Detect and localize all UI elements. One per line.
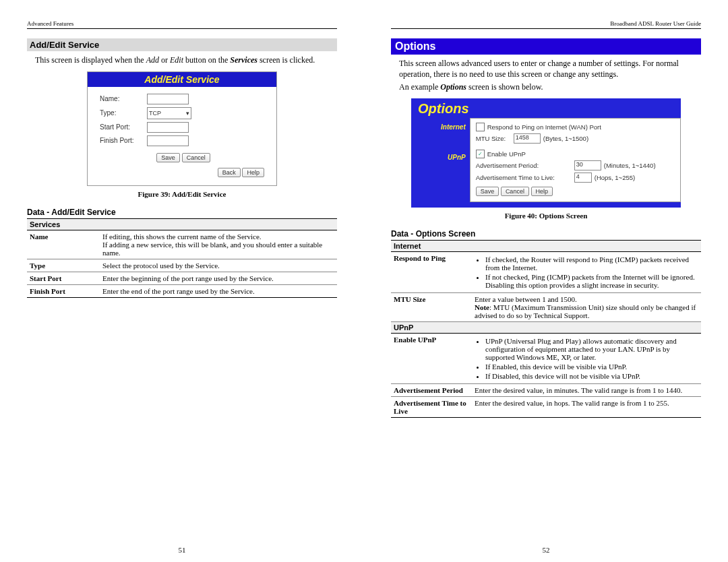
t: screen is clicked. xyxy=(257,55,315,65)
k-finish: Finish Port xyxy=(27,284,100,297)
table-row: Start Port Enter the beginning of the po… xyxy=(27,272,337,284)
group-upnp: UPnP xyxy=(391,321,701,333)
start-port-input[interactable] xyxy=(147,122,189,133)
page-left: Advanced Features Add/Edit Service This … xyxy=(0,0,364,562)
k-mtu: MTU Size xyxy=(391,292,472,321)
intro-text: This screen is displayed when the Add or… xyxy=(35,55,337,66)
back-button[interactable]: Back xyxy=(218,168,241,177)
table-row: Type Select the protocol used by the Ser… xyxy=(27,259,337,272)
t: or xyxy=(159,55,170,65)
type-select[interactable]: TCP ▾ xyxy=(147,107,191,119)
options-intro2: An example Options screen is shown below… xyxy=(399,82,701,93)
mtu-hint: (Bytes, 1~1500) xyxy=(543,135,588,142)
save-button[interactable]: Save xyxy=(156,153,180,162)
section-add-edit-service: Add/Edit Service xyxy=(27,38,337,51)
side-upnp: UPnP xyxy=(411,154,466,161)
type-label: Type: xyxy=(100,109,147,117)
ping-label: Respond to Ping on Internet (WAN) Port xyxy=(487,123,601,131)
k-name: Name xyxy=(27,230,100,259)
cancel-button[interactable]: Cancel xyxy=(501,187,529,196)
save-button[interactable]: Save xyxy=(476,187,499,196)
k-type: Type xyxy=(27,259,100,272)
page-right: Broadband ADSL Router User Guide Options… xyxy=(364,0,728,562)
t: An example xyxy=(399,82,440,92)
section-options: Options xyxy=(391,38,701,55)
upnp-checkbox[interactable]: ✓ xyxy=(476,150,485,158)
v-finish: Enter the end of the port range used by … xyxy=(100,284,337,297)
figure-40-panel: Options Internet UPnP Respond to Ping on… xyxy=(411,98,681,208)
k-advp: Advertisement Period xyxy=(391,383,472,396)
t: Options xyxy=(440,82,466,92)
v-name: If editing, this shows the current name … xyxy=(100,230,337,259)
mtu-v1: Enter a value between 1 and 1500. xyxy=(475,295,698,303)
k-start: Start Port xyxy=(27,272,100,284)
li: If not checked, Ping (ICMP) packets from… xyxy=(485,273,698,289)
k-advt: Advertisement Time to Live xyxy=(391,396,472,417)
figure-39-title: Add/Edit Service xyxy=(88,72,276,87)
figure-40-sidebar: Internet UPnP xyxy=(411,118,470,202)
page-spread: Advanced Features Add/Edit Service This … xyxy=(0,0,728,562)
data-add-edit-heading: Data - Add/Edit Service xyxy=(27,208,337,217)
adv-period-hint: (Minutes, 1~1440) xyxy=(604,162,656,169)
adv-ttl-label: Advertisement Time to Live: xyxy=(476,174,570,181)
page-number: 51 xyxy=(179,546,186,554)
t: screen is shown below. xyxy=(466,82,543,92)
mtu-input[interactable]: 1458 xyxy=(514,133,541,144)
li: If Enabled, this device will be visible … xyxy=(485,363,698,371)
table-row: MTU Size Enter a value between 1 and 150… xyxy=(391,292,701,321)
v-advt: Enter the desired value, in hops. The va… xyxy=(472,396,701,417)
cancel-button[interactable]: Cancel xyxy=(182,153,210,162)
table-row: Respond to Ping If checked, the Router w… xyxy=(391,251,701,292)
v-ping: If checked, the Router will respond to P… xyxy=(472,251,701,292)
t: Services xyxy=(230,55,257,65)
services-table: Services Name If editing, this shows the… xyxy=(27,218,337,298)
v-mtu: Enter a value between 1 and 1500. Note: … xyxy=(472,292,701,321)
adv-ttl-input[interactable]: 4 xyxy=(574,173,592,183)
table-row: Finish Port Enter the end of the port ra… xyxy=(27,284,337,297)
t: Add xyxy=(146,55,159,65)
page-number: 52 xyxy=(543,546,550,554)
note-b: Note xyxy=(475,303,489,311)
start-port-label: Start Port: xyxy=(100,123,147,131)
figure-39-caption: Figure 39: Add/Edit Service xyxy=(27,190,337,198)
figure-39-body: Name: Type: TCP ▾ Start Port: Finish Por… xyxy=(88,87,276,185)
figure-39-panel: Add/Edit Service Name: Type: TCP ▾ Start… xyxy=(87,71,277,186)
figure-40-caption: Figure 40: Options Screen xyxy=(391,212,701,220)
name-input[interactable] xyxy=(147,94,189,104)
table-row: Name If editing, this shows the current … xyxy=(27,230,337,259)
mtu-label: MTU Size: xyxy=(476,135,514,142)
chevron-down-icon: ▾ xyxy=(186,110,189,117)
figure-40-inner: Respond to Ping on Internet (WAN) Port M… xyxy=(470,118,681,202)
table-row: Advertisement Time to Live Enter the des… xyxy=(391,396,701,417)
side-internet: Internet xyxy=(411,123,466,131)
ping-checkbox[interactable] xyxy=(476,123,485,131)
group-internet: Internet xyxy=(391,240,701,251)
help-button[interactable]: Help xyxy=(531,187,553,196)
k-ping: Respond to Ping xyxy=(391,251,472,292)
table-row: Advertisement Period Enter the desired v… xyxy=(391,383,701,396)
adv-ttl-hint: (Hops, 1~255) xyxy=(595,174,635,181)
note-rest: : MTU (Maximum Transmission Unit) size s… xyxy=(475,303,696,319)
upnp-label: Enable UPnP xyxy=(487,150,526,158)
li: UPnP (Universal Plug and Play) allows au… xyxy=(485,337,698,361)
header-right: Broadband ADSL Router User Guide xyxy=(391,20,701,29)
t: Edit xyxy=(170,55,183,65)
help-button[interactable]: Help xyxy=(242,168,264,177)
adv-period-label: Advertisement Period: xyxy=(476,162,570,169)
table-row: Enable UPnP UPnP (Universal Plug and Pla… xyxy=(391,333,701,383)
v-start: Enter the beginning of the port range us… xyxy=(100,272,337,284)
t: This screen is displayed when the xyxy=(35,55,146,65)
li: If Disabled, this device will not be vis… xyxy=(485,372,698,380)
li: If checked, the Router will respond to P… xyxy=(485,255,698,272)
group-services: Services xyxy=(27,218,337,230)
data-options-heading: Data - Options Screen xyxy=(391,229,701,239)
options-table: Internet Respond to Ping If checked, the… xyxy=(391,240,701,418)
header-left: Advanced Features xyxy=(27,20,337,29)
finish-port-input[interactable] xyxy=(147,135,189,146)
options-intro: This screen allows advanced users to ent… xyxy=(399,59,701,80)
type-value: TCP xyxy=(149,110,161,117)
finish-port-label: Finish Port: xyxy=(100,137,147,144)
adv-period-input[interactable]: 30 xyxy=(574,160,601,170)
figure-40-title: Options xyxy=(411,98,681,118)
v-advp: Enter the desired value, in minutes. The… xyxy=(472,383,701,396)
